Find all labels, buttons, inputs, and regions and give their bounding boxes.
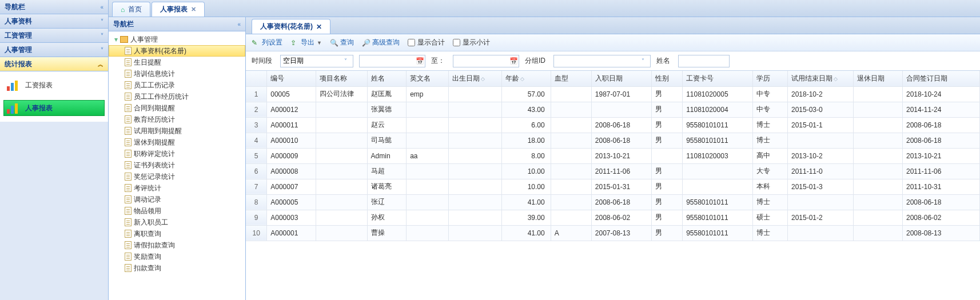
cell: 赵云 <box>367 117 407 133</box>
column-header[interactable]: 退休日期 <box>854 71 903 86</box>
table-row[interactable]: 2A000012张翼德43.00男11081020004中专2015-03-02… <box>246 102 980 117</box>
table-row[interactable]: 9A000003孙权39.002008-06-02男95580101011硕士2… <box>246 210 980 225</box>
row-number-cell: 5 <box>246 148 267 163</box>
cell: 95580101011 <box>683 194 753 210</box>
tree-item[interactable]: 教育经历统计 <box>109 114 245 125</box>
tree-item[interactable]: 职称评定统计 <box>109 148 245 159</box>
accordion-section[interactable]: 人事资料 <box>0 14 108 29</box>
export-button[interactable]: ⇪ 导出 ▼ <box>290 38 322 47</box>
collapse-tree-icon[interactable] <box>237 17 241 31</box>
column-header[interactable]: 试用结束日期◇ <box>788 71 854 86</box>
show-total-input[interactable] <box>408 39 415 46</box>
tree-item[interactable]: 新入职员工 <box>109 217 245 228</box>
group-id-combo[interactable]: ˅ <box>553 55 651 67</box>
expander-icon[interactable]: ▾ <box>113 35 119 43</box>
tree-item[interactable]: 证书列表统计 <box>109 159 245 171</box>
table-row[interactable]: 10A000001曹操41.00A2007-08-13男95580101011博… <box>246 225 980 241</box>
tree-item-label: 合同到期提醒 <box>134 103 175 113</box>
table-row[interactable]: 7A000007诸葛亮10.002015-01-31男本科2015-01-320… <box>246 179 980 194</box>
accordion-section[interactable]: 人事管理 <box>0 43 108 57</box>
tree-item[interactable]: 扣款查询 <box>109 262 245 274</box>
sidebar-title-bar[interactable]: 导航栏 <box>0 0 108 14</box>
collapse-sidebar-icon[interactable] <box>100 0 103 14</box>
table-row[interactable]: 8A000005张辽41.002008-06-18男95580101011博士2… <box>246 194 980 210</box>
sort-icon[interactable]: ◇ <box>481 76 485 82</box>
date-to-input[interactable] <box>453 55 508 67</box>
sort-icon[interactable]: ◇ <box>520 76 524 82</box>
date-from-input[interactable] <box>360 55 415 67</box>
show-subtotal-checkbox[interactable]: 显示小计 <box>453 38 490 47</box>
tree-root[interactable]: ▾ 人事管理 <box>109 34 245 45</box>
show-subtotal-input[interactable] <box>453 39 460 46</box>
tree-item[interactable]: 生日提醒 <box>109 57 245 68</box>
main-tab[interactable]: ⌂首页 <box>112 2 150 17</box>
chevron-icon[interactable] <box>101 29 103 43</box>
tree-item[interactable]: 退休到期提醒 <box>109 137 245 148</box>
name-input[interactable] <box>681 55 728 67</box>
column-header[interactable]: 编号 <box>267 71 316 86</box>
cell: A000001 <box>267 225 316 241</box>
date-type-input[interactable] <box>283 55 342 67</box>
name-field[interactable] <box>678 55 730 67</box>
table-row[interactable]: 3A000011赵云6.002008-06-18男95580101011博士20… <box>246 117 980 133</box>
advanced-search-button[interactable]: 🔎 高级查询 <box>362 38 400 47</box>
chevron-icon[interactable] <box>98 57 103 71</box>
report-item[interactable]: 工资报表 <box>3 77 105 93</box>
close-icon[interactable]: ✕ <box>316 23 322 31</box>
column-header[interactable]: 项目名称 <box>316 71 367 86</box>
date-from-field[interactable]: 📅 <box>359 55 425 67</box>
chevron-down-icon[interactable]: ˅ <box>342 58 349 64</box>
sort-icon[interactable]: ◇ <box>834 76 838 82</box>
show-total-checkbox[interactable]: 显示合计 <box>408 38 445 47</box>
tree-panel-header[interactable]: 导航栏 <box>109 17 245 31</box>
table-row[interactable]: 4A000010司马懿18.002008-06-18男95580101011博士… <box>246 133 980 148</box>
tree-item[interactable]: 合同到期提醒 <box>109 102 245 114</box>
table-row[interactable]: 100005四公司法律赵匡胤emp57.001987-07-01男1108102… <box>246 86 980 102</box>
cell <box>551 86 591 102</box>
search-button[interactable]: 🔍 查询 <box>330 38 354 47</box>
column-header[interactable]: 出生日期◇ <box>448 71 501 86</box>
tree-item[interactable]: 人事资料(花名册) <box>109 45 245 57</box>
tree-item[interactable]: 培训信息统计 <box>109 68 245 79</box>
cell: emp <box>407 86 449 102</box>
table-row[interactable]: 5A000009Adminaa8.002013-10-2111081020003… <box>246 148 980 163</box>
date-type-combo[interactable]: ˅ <box>280 55 353 67</box>
cell <box>551 179 591 194</box>
column-header[interactable]: 学历 <box>752 71 787 86</box>
date-to-field[interactable]: 📅 <box>453 55 519 67</box>
tree-item[interactable]: 奖惩记录统计 <box>109 171 245 182</box>
chevron-icon[interactable] <box>101 14 103 29</box>
column-settings-button[interactable]: ✎ 列设置 <box>252 38 282 47</box>
tree-item[interactable]: 调动记录 <box>109 194 245 205</box>
sub-tab-active[interactable]: 人事资料(花名册) ✕ <box>252 19 330 34</box>
chevron-down-icon[interactable]: ˅ <box>640 58 646 64</box>
column-header[interactable]: 入职日期 <box>591 71 651 86</box>
tree-item[interactable]: 员工工伤记录 <box>109 79 245 91</box>
column-header[interactable]: 姓名 <box>367 71 407 86</box>
main-tab[interactable]: 人事报表✕ <box>152 2 205 17</box>
report-item[interactable]: 人事报表 <box>3 100 105 116</box>
column-header[interactable]: 合同签订日期 <box>903 71 980 86</box>
tree-item[interactable]: 物品领用 <box>109 205 245 217</box>
close-icon[interactable]: ✕ <box>191 6 196 13</box>
group-id-input[interactable] <box>556 55 640 67</box>
tree-item[interactable]: 离职查询 <box>109 228 245 239</box>
tree-item[interactable]: 试用期到期提醒 <box>109 125 245 137</box>
dropdown-icon[interactable]: ▼ <box>317 40 322 46</box>
tree-item[interactable]: 员工工作经历统计 <box>109 91 245 102</box>
tree-item[interactable]: 请假扣款查询 <box>109 239 245 251</box>
accordion-section[interactable]: 统计报表 <box>0 57 108 71</box>
tree-item[interactable]: 奖励查询 <box>109 251 245 262</box>
accordion-section[interactable]: 工资管理 <box>0 29 108 43</box>
data-grid[interactable]: 编号项目名称姓名英文名出生日期◇年龄◇血型入职日期性别工资卡号学历试用结束日期◇… <box>246 71 980 300</box>
column-header[interactable]: 性别 <box>652 71 683 86</box>
column-header[interactable]: 血型 <box>551 71 591 86</box>
column-header[interactable]: 工资卡号 <box>683 71 753 86</box>
column-header[interactable]: 英文名 <box>407 71 449 86</box>
calendar-icon[interactable]: 📅 <box>415 57 425 65</box>
tree-item[interactable]: 考评统计 <box>109 182 245 194</box>
table-row[interactable]: 6A000008马超10.002011-11-06男大专2011-11-0201… <box>246 163 980 179</box>
chevron-icon[interactable] <box>101 43 103 57</box>
calendar-icon[interactable]: 📅 <box>508 57 519 65</box>
column-header[interactable]: 年龄◇ <box>501 71 551 86</box>
